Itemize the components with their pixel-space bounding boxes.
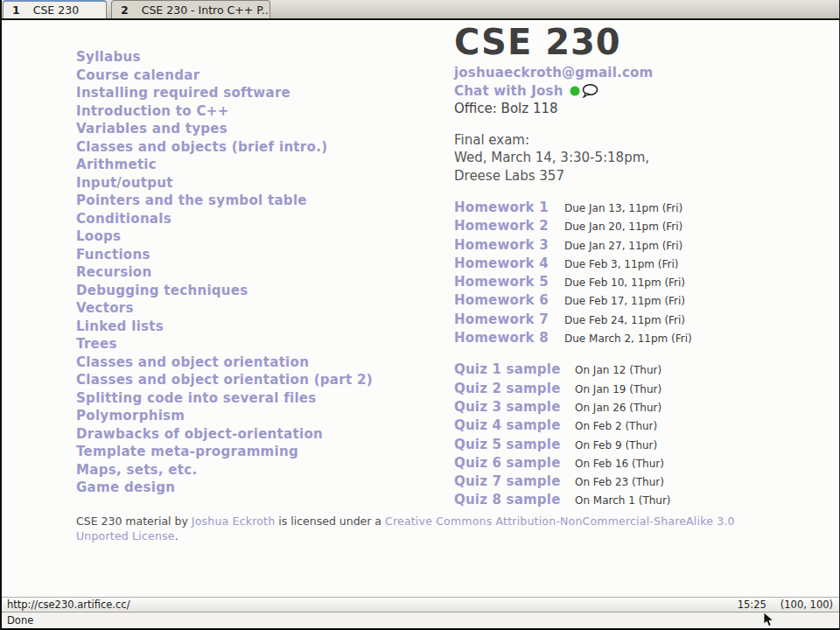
sidebar-item-debugging[interactable]: Debugging techniques [76, 282, 373, 300]
homework-1-link[interactable]: Homework 1 [454, 199, 564, 216]
sidebar-item-loops[interactable]: Loops [76, 228, 373, 246]
email-link[interactable]: joshuaeckroth@gmail.com [454, 65, 653, 80]
browser-tab-bar: 1 CSE 230 2 CSE 230 - Intro C++ P... [0, 0, 840, 20]
tab-cse230-intro[interactable]: 2 CSE 230 - Intro C++ P... [111, 0, 270, 18]
sidebar-item-splitting-code[interactable]: Splitting code into several files [76, 389, 373, 408]
quiz-1-date: On Jan 12 (Thur) [575, 361, 662, 379]
license-footer: CSE 230 material by Joshua Eckroth is li… [76, 514, 764, 543]
homework-4-link[interactable]: Homework 4 [454, 255, 564, 272]
final-exam-location: Dreese Labs 357 [454, 167, 830, 186]
homework-3-link[interactable]: Homework 3 [454, 236, 564, 254]
tab-title: CSE 230 - Intro C++ P... [142, 4, 270, 17]
quiz-row: Quiz 4 sample On Feb 2 (Thur) [454, 416, 830, 435]
quiz-7-date: On Feb 23 (Thur) [575, 473, 664, 491]
sidebar-item-arithmetic[interactable]: Arithmetic [76, 156, 373, 174]
page-url: http://cse230.artifice.cc/ [7, 598, 738, 611]
mouse-cursor-icon [763, 612, 774, 630]
homework-3-due: Due Jan 27, 11pm (Fri) [564, 237, 682, 255]
sidebar-item-installing-software[interactable]: Installing required software [76, 84, 373, 102]
mouse-coordinates: (100, 100) [780, 598, 833, 611]
sidebar-item-template-meta[interactable]: Template meta-programming [76, 443, 373, 461]
homework-6-link[interactable]: Homework 6 [454, 291, 564, 309]
quiz-row: Quiz 2 sample On Jan 19 (Thur) [454, 380, 830, 398]
sidebar-item-course-calendar[interactable]: Course calendar [76, 66, 373, 85]
status-url-bar: http://cse230.artifice.cc/ 15:25 (100, 1… [0, 597, 840, 612]
sidebar-item-pointers-symbol-table[interactable]: Pointers and the symbol table [76, 192, 373, 210]
homework-row: Homework 5 Due Feb 10, 11pm (Fri) [454, 273, 830, 291]
course-topics-nav: Syllabus Course calendar Installing requ… [76, 48, 373, 497]
window-border-left [0, 0, 2, 630]
homework-row: Homework 3 Due Jan 27, 11pm (Fri) [454, 236, 830, 255]
quiz-5-sample-link[interactable]: Quiz 5 sample [454, 436, 575, 453]
sidebar-item-drawbacks-oo[interactable]: Drawbacks of object-orientation [76, 425, 373, 444]
speech-bubble-icon [583, 85, 597, 97]
homework-6-due: Due Feb 17, 11pm (Fri) [564, 292, 685, 310]
homework-list: Homework 1 Due Jan 13, 11pm (Fri) Homewo… [454, 199, 830, 347]
final-exam-block: Final exam: Wed, March 14, 3:30-5:18pm, … [454, 131, 830, 186]
homework-row: Homework 4 Due Feb 3, 11pm (Fri) [454, 255, 830, 273]
load-status: Done [7, 614, 33, 626]
status-done-bar: Done [0, 612, 840, 628]
quiz-4-date: On Feb 2 (Thur) [575, 417, 657, 435]
quiz-6-sample-link[interactable]: Quiz 6 sample [454, 454, 575, 472]
homework-5-due: Due Feb 10, 11pm (Fri) [564, 274, 685, 291]
sidebar-item-vectors[interactable]: Vectors [76, 299, 373, 318]
homework-8-link[interactable]: Homework 8 [454, 329, 564, 346]
tab-number: 1 [12, 4, 20, 17]
homework-8-due: Due March 2, 11pm (Fri) [564, 330, 692, 347]
quiz-6-date: On Feb 16 (Thur) [575, 455, 664, 472]
final-exam-heading: Final exam: [454, 131, 830, 150]
homework-row: Homework 2 Due Jan 20, 11pm (Fri) [454, 217, 830, 235]
presence-online-icon [570, 87, 579, 96]
chat-link[interactable]: Chat with Josh [454, 82, 564, 101]
sidebar-item-maps-sets[interactable]: Maps, sets, etc. [76, 461, 373, 480]
sidebar-item-classes-orientation[interactable]: Classes and object orientation [76, 354, 373, 372]
main-column: CSE 230 joshuaeckroth@gmail.com Chat wit… [454, 23, 830, 510]
tab-cse230[interactable]: 1 CSE 230 [3, 0, 107, 18]
clock: 15:25 [738, 598, 766, 611]
quiz-8-sample-link[interactable]: Quiz 8 sample [454, 491, 575, 508]
quiz-1-sample-link[interactable]: Quiz 1 sample [454, 360, 575, 378]
sidebar-item-conditionals[interactable]: Conditionals [76, 210, 373, 228]
homework-4-due: Due Feb 3, 11pm (Fri) [564, 256, 678, 273]
sidebar-item-classes-objects-intro[interactable]: Classes and objects (brief intro.) [76, 138, 373, 157]
homework-row: Homework 6 Due Feb 17, 11pm (Fri) [454, 291, 830, 310]
sidebar-item-intro-cpp[interactable]: Introduction to C++ [76, 102, 373, 121]
tab-number: 2 [121, 4, 129, 17]
tab-title: CSE 230 [33, 4, 79, 17]
quiz-5-date: On Feb 9 (Thur) [575, 437, 657, 454]
homework-1-due: Due Jan 13, 11pm (Fri) [564, 200, 682, 217]
sidebar-item-linked-lists[interactable]: Linked lists [76, 318, 373, 336]
license-text-suffix: . [175, 529, 178, 542]
office-location: Office: Bolz 118 [454, 100, 830, 118]
sidebar-item-game-design[interactable]: Game design [76, 479, 373, 497]
quiz-list: Quiz 1 sample On Jan 12 (Thur) Quiz 2 sa… [454, 360, 830, 509]
sidebar-item-functions[interactable]: Functions [76, 246, 373, 264]
quiz-3-sample-link[interactable]: Quiz 3 sample [454, 398, 575, 416]
sidebar-item-input-output[interactable]: Input/output [76, 174, 373, 192]
homework-row: Homework 7 Due Feb 24, 11pm (Fri) [454, 311, 830, 329]
sidebar-item-trees[interactable]: Trees [76, 335, 373, 354]
sidebar-item-classes-orientation-2[interactable]: Classes and object orientation (part 2) [76, 371, 373, 389]
quiz-row: Quiz 5 sample On Feb 9 (Thur) [454, 436, 830, 454]
quiz-7-sample-link[interactable]: Quiz 7 sample [454, 472, 575, 490]
quiz-row: Quiz 8 sample On March 1 (Thur) [454, 491, 830, 509]
sidebar-item-recursion[interactable]: Recursion [76, 263, 373, 282]
sidebar-item-polymorphism[interactable]: Polymorphism [76, 407, 373, 425]
homework-7-link[interactable]: Homework 7 [454, 311, 564, 328]
final-exam-time: Wed, March 14, 3:30-5:18pm, [454, 149, 830, 167]
license-text-middle: is licensed under a [275, 514, 385, 528]
quiz-3-date: On Jan 26 (Thur) [575, 399, 662, 416]
homework-2-link[interactable]: Homework 2 [454, 217, 564, 234]
homework-5-link[interactable]: Homework 5 [454, 273, 564, 290]
homework-row: Homework 1 Due Jan 13, 11pm (Fri) [454, 199, 830, 217]
quiz-2-sample-link[interactable]: Quiz 2 sample [454, 380, 575, 397]
quiz-row: Quiz 1 sample On Jan 12 (Thur) [454, 360, 830, 379]
contact-block: joshuaeckroth@gmail.com Chat with Josh [454, 64, 830, 118]
author-link[interactable]: Joshua Eckroth [192, 514, 275, 528]
sidebar-item-syllabus[interactable]: Syllabus [76, 48, 373, 66]
quiz-4-sample-link[interactable]: Quiz 4 sample [454, 416, 575, 434]
homework-7-due: Due Feb 24, 11pm (Fri) [564, 312, 685, 329]
quiz-row: Quiz 6 sample On Feb 16 (Thur) [454, 454, 830, 472]
sidebar-item-variables-types[interactable]: Variables and types [76, 120, 373, 138]
